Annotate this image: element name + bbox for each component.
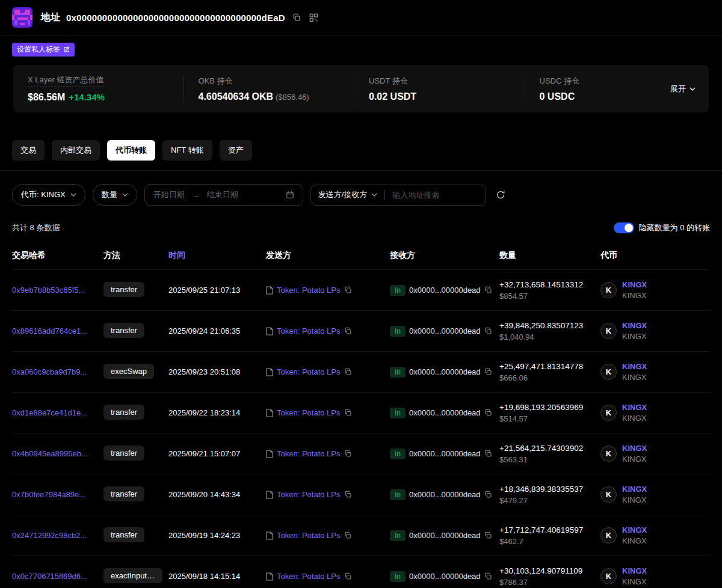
copy-icon[interactable]: [344, 491, 352, 498]
date-range-picker[interactable]: 开始日期 → 结束日期: [144, 184, 303, 206]
tab-token-transfers[interactable]: 代币转账: [107, 140, 155, 161]
from-address-link[interactable]: Token: Potato LPs: [277, 326, 341, 335]
timestamp: 2025/09/24 21:06:35: [168, 326, 240, 335]
expand-button[interactable]: 展开: [664, 84, 696, 94]
method-badge: transfer: [103, 527, 144, 542]
refresh-icon[interactable]: [496, 190, 505, 200]
stat-okb: OKB 持仓 4.60540634 OKB($856.46): [184, 76, 354, 102]
copy-icon[interactable]: [484, 286, 492, 294]
header-amount: 数量: [499, 250, 600, 261]
copy-icon[interactable]: [484, 531, 492, 539]
tx-hash-link[interactable]: 0x9eb7b8b53c65f5...: [12, 286, 85, 295]
copy-icon[interactable]: [484, 491, 492, 498]
cell-tx-hash: 0x9eb7b8b53c65f5...: [12, 286, 103, 295]
copy-icon[interactable]: [484, 368, 492, 376]
token-symbol-link[interactable]: KINGX: [622, 403, 647, 412]
set-private-label-button[interactable]: 设置私人标签: [12, 43, 75, 57]
from-address-link[interactable]: Token: Potato LPs: [277, 531, 341, 540]
token-symbol-link[interactable]: KINGX: [622, 485, 647, 494]
copy-icon[interactable]: [344, 409, 352, 417]
token-filter-dropdown[interactable]: 代币: KINGX: [12, 184, 85, 206]
cell-amount: +21,564,215.74303902 $563.31: [499, 444, 600, 464]
from-address-link[interactable]: Token: Potato LPs: [277, 367, 341, 376]
copy-icon[interactable]: [344, 327, 352, 335]
tx-hash-link[interactable]: 0xa060c9cba9d7b9...: [12, 367, 87, 376]
token-filter-label: 代币: KINGX: [21, 189, 66, 200]
stat-usdc-label: USDC 持仓: [540, 76, 579, 87]
stat-usdt-amount: 0.02 USDT: [369, 91, 416, 102]
token-symbol-link[interactable]: KINGX: [622, 444, 647, 453]
table-row: 0x24712992c98cb2... transfer 2025/09/19 …: [12, 515, 710, 556]
token-name: KINGX: [622, 291, 647, 300]
direction-badge: In: [390, 285, 406, 296]
copy-icon[interactable]: [344, 368, 352, 376]
copy-icon[interactable]: [484, 409, 492, 417]
tab-internal-transactions[interactable]: 内部交易: [52, 140, 100, 161]
direction-badge: In: [390, 326, 406, 337]
token-symbol-link[interactable]: KINGX: [622, 280, 647, 289]
tx-hash-link[interactable]: 0x89616add764ce1...: [12, 326, 87, 335]
end-date-placeholder: 结束日期: [207, 189, 238, 200]
amount-filter-dropdown[interactable]: 数量: [93, 184, 137, 206]
copy-icon[interactable]: [344, 450, 352, 458]
cell-from: Token: Potato LPs: [266, 572, 390, 581]
cell-amount: +39,848,250.83507123 $1,040.94: [499, 321, 600, 341]
tx-hash-link[interactable]: 0x4b0945ea8995eb...: [12, 449, 88, 458]
tab-nft-transfers[interactable]: NFT 转账: [162, 140, 212, 161]
token-symbol-link[interactable]: KINGX: [622, 525, 647, 534]
from-address-link[interactable]: Token: Potato LPs: [277, 572, 341, 581]
usd-value: $563.31: [499, 455, 594, 464]
timestamp: 2025/09/23 20:51:08: [168, 367, 240, 376]
cell-tx-hash: 0xa060c9cba9d7b9...: [12, 367, 103, 376]
usd-value: $1,040.94: [499, 332, 594, 341]
copy-icon[interactable]: [344, 572, 352, 580]
contract-icon: [266, 572, 273, 581]
cell-token: K KINGX KINGX: [600, 321, 710, 341]
cell-from: Token: Potato LPs: [266, 286, 390, 295]
token-name: KINGX: [622, 536, 647, 545]
cell-method: exactInputV...: [103, 568, 168, 585]
header-time[interactable]: 时间: [168, 250, 266, 261]
copy-icon[interactable]: [484, 450, 492, 458]
hide-zero-toggle[interactable]: [614, 222, 634, 233]
copy-address-icon[interactable]: [291, 12, 302, 23]
cell-from: Token: Potato LPs: [266, 408, 390, 417]
total-count-text: 共计 8 条数据: [12, 222, 60, 233]
token-symbol-link[interactable]: KINGX: [622, 566, 647, 575]
copy-icon[interactable]: [344, 531, 352, 539]
token-symbol-link[interactable]: KINGX: [622, 362, 647, 371]
cell-method: execSwap: [103, 364, 168, 381]
cell-from: Token: Potato LPs: [266, 326, 390, 335]
from-address-link[interactable]: Token: Potato LPs: [277, 490, 341, 499]
method-badge: transfer: [103, 486, 144, 501]
tab-transactions[interactable]: 交易: [12, 140, 45, 161]
copy-icon[interactable]: [344, 286, 352, 294]
from-address-link[interactable]: Token: Potato LPs: [277, 286, 341, 295]
cell-time: 2025/09/18 14:15:14: [168, 572, 266, 581]
token-amount: +30,103,124.90791109: [499, 566, 594, 575]
usd-value: $514.57: [499, 414, 594, 423]
cell-from: Token: Potato LPs: [266, 449, 390, 458]
copy-icon[interactable]: [484, 572, 492, 580]
token-amount: +25,497,471.81314778: [499, 362, 594, 371]
cell-token: K KINGX KINGX: [600, 525, 710, 545]
direction-filter-dropdown[interactable]: 发送方/接收方: [311, 189, 385, 200]
table-row: 0xd1e88e7ce41d1e... transfer 2025/09/22 …: [12, 392, 710, 433]
method-badge: transfer: [103, 323, 144, 338]
from-address-link[interactable]: Token: Potato LPs: [277, 408, 341, 417]
address-search-input[interactable]: [385, 191, 485, 200]
tx-hash-link[interactable]: 0x0c7706715ff69d6...: [12, 572, 87, 581]
table-header-row: 交易哈希 方法 时间 发送方 接收方 数量 代币: [12, 242, 710, 269]
direction-badge: In: [390, 367, 406, 378]
cell-token: K KINGX KINGX: [600, 485, 710, 504]
tx-hash-link[interactable]: 0x24712992c98cb2...: [12, 531, 87, 540]
copy-icon[interactable]: [484, 327, 492, 335]
tx-hash-link[interactable]: 0x7b0fee7984a89e...: [12, 490, 85, 499]
token-symbol-link[interactable]: KINGX: [622, 321, 647, 330]
tx-hash-link[interactable]: 0xd1e88e7ce41d1e...: [12, 408, 87, 417]
from-address-link[interactable]: Token: Potato LPs: [277, 449, 341, 458]
qr-code-icon[interactable]: [308, 12, 319, 23]
stat-usdc-amount: 0 USDC: [540, 91, 575, 102]
table-row: 0x9eb7b8b53c65f5... transfer 2025/09/25 …: [12, 269, 710, 310]
tab-assets[interactable]: 资产: [220, 140, 252, 161]
